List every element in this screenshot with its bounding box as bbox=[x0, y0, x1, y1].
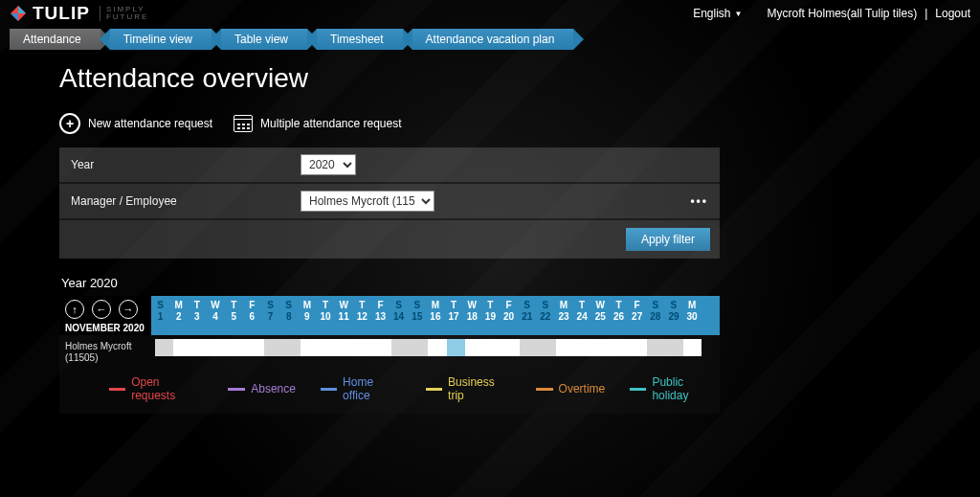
day-cell[interactable] bbox=[173, 339, 191, 356]
day-header[interactable]: F27 bbox=[628, 296, 646, 335]
tab-timeline-view[interactable]: Timeline view bbox=[110, 29, 212, 50]
day-cell[interactable] bbox=[210, 339, 228, 356]
employee-name: Holmes Mycroft (11505) bbox=[59, 339, 155, 364]
day-cell[interactable] bbox=[574, 339, 592, 356]
day-header[interactable]: M16 bbox=[426, 296, 444, 335]
next-month-button[interactable]: → bbox=[119, 300, 138, 319]
filter-year-select[interactable]: 2020 bbox=[301, 154, 356, 175]
day-header[interactable]: T26 bbox=[610, 296, 628, 335]
legend-item: Home office bbox=[321, 375, 401, 402]
day-header[interactable]: W18 bbox=[463, 296, 481, 335]
day-cell[interactable] bbox=[647, 339, 665, 356]
day-cell[interactable] bbox=[428, 339, 446, 356]
day-cell[interactable] bbox=[337, 339, 355, 356]
day-header[interactable]: T19 bbox=[481, 296, 500, 335]
day-header[interactable]: F13 bbox=[371, 296, 390, 335]
day-cell[interactable] bbox=[501, 339, 520, 356]
day-header[interactable]: T3 bbox=[188, 296, 206, 335]
day-cell[interactable] bbox=[391, 339, 410, 356]
calendar-grid-icon bbox=[234, 115, 253, 132]
day-header[interactable]: S15 bbox=[408, 296, 426, 335]
day-cell[interactable] bbox=[483, 339, 501, 356]
filter-manager-select[interactable]: Holmes Mycroft (11505) bbox=[301, 191, 434, 212]
language-selector[interactable]: English ▼ bbox=[693, 7, 742, 20]
day-cell[interactable] bbox=[228, 339, 246, 356]
day-header[interactable]: S29 bbox=[664, 296, 682, 335]
brand-wordmark: TULIP bbox=[33, 3, 90, 24]
day-header[interactable]: F20 bbox=[500, 296, 518, 335]
day-header[interactable]: S7 bbox=[261, 296, 279, 335]
calendar-legend: Open requestsAbsenceHome officeBusiness … bbox=[59, 364, 720, 404]
filter-year-label: Year bbox=[71, 158, 301, 171]
day-cell[interactable] bbox=[246, 339, 264, 356]
nav-tabs: Attendance Timeline view Table view Time… bbox=[0, 29, 980, 50]
day-header[interactable]: S22 bbox=[536, 296, 554, 335]
day-header[interactable]: T5 bbox=[225, 296, 243, 335]
day-cell[interactable] bbox=[191, 339, 210, 356]
day-cell[interactable] bbox=[538, 339, 556, 356]
day-cell[interactable] bbox=[611, 339, 629, 356]
tab-timesheet[interactable]: Timesheet bbox=[317, 29, 403, 50]
day-cell[interactable] bbox=[264, 339, 282, 356]
day-cell[interactable] bbox=[592, 339, 611, 356]
day-header[interactable]: S21 bbox=[518, 296, 536, 335]
legend-label: Open requests bbox=[131, 375, 203, 402]
day-header[interactable]: T12 bbox=[353, 296, 371, 335]
day-header[interactable]: F6 bbox=[243, 296, 261, 335]
day-cell[interactable] bbox=[465, 339, 483, 356]
day-header[interactable]: M9 bbox=[298, 296, 316, 335]
day-cell[interactable] bbox=[665, 339, 683, 356]
brand-tagline: SIMPLY FUTURE bbox=[100, 6, 148, 21]
day-cell[interactable] bbox=[629, 339, 647, 356]
calendar-day-headers: S1M2T3W4T5F6S7S8M9T10W11T12F13S14S15M16T… bbox=[151, 296, 720, 335]
day-header[interactable]: M2 bbox=[169, 296, 188, 335]
day-header[interactable]: W4 bbox=[206, 296, 224, 335]
day-header[interactable]: M30 bbox=[683, 296, 702, 335]
tulip-icon bbox=[10, 5, 27, 22]
day-cell[interactable] bbox=[410, 339, 428, 356]
day-cell[interactable] bbox=[520, 339, 538, 356]
day-header[interactable]: M23 bbox=[554, 296, 572, 335]
tab-table-view[interactable]: Table view bbox=[221, 29, 307, 50]
legend-label: Business trip bbox=[448, 375, 511, 402]
day-header[interactable]: T17 bbox=[445, 296, 463, 335]
day-header[interactable]: S8 bbox=[279, 296, 298, 335]
prev-month-button[interactable]: ← bbox=[92, 300, 111, 319]
legend-label: Overtime bbox=[559, 382, 606, 395]
topbar-right: English ▼ Mycroft Holmes(all Tulip tiles… bbox=[693, 7, 970, 20]
multiple-attendance-request[interactable]: Multiple attendance request bbox=[234, 115, 401, 132]
day-header[interactable]: S1 bbox=[151, 296, 169, 335]
day-header[interactable]: W11 bbox=[335, 296, 353, 335]
tab-attendance-vacation-plan[interactable]: Attendance vacation plan bbox=[412, 29, 574, 50]
new-attendance-request[interactable]: + New attendance request bbox=[59, 113, 212, 134]
day-header[interactable]: T24 bbox=[573, 296, 591, 335]
day-cell[interactable] bbox=[282, 339, 301, 356]
day-cell[interactable] bbox=[373, 339, 391, 356]
day-cell[interactable] bbox=[319, 339, 337, 356]
year-heading: Year 2020 bbox=[61, 276, 720, 290]
legend-item: Overtime bbox=[536, 382, 606, 395]
month-label: NOVEMBER 2020 bbox=[65, 323, 151, 333]
day-cell[interactable] bbox=[155, 339, 173, 356]
legend-item: Absence bbox=[228, 382, 296, 395]
day-cell[interactable] bbox=[556, 339, 574, 356]
day-cell[interactable] bbox=[301, 339, 319, 356]
day-cell[interactable] bbox=[355, 339, 373, 356]
tab-attendance[interactable]: Attendance bbox=[10, 29, 100, 50]
chevron-down-icon: ▼ bbox=[735, 10, 743, 18]
language-label: English bbox=[693, 7, 730, 20]
legend-item: Public holiday bbox=[630, 375, 720, 402]
day-header[interactable]: S28 bbox=[646, 296, 664, 335]
user-label[interactable]: Mycroft Holmes(all Tulip tiles) bbox=[767, 7, 917, 20]
logout-link[interactable]: Logout bbox=[935, 7, 970, 20]
apply-filter-button[interactable]: Apply filter bbox=[626, 228, 710, 251]
svg-marker-1 bbox=[18, 6, 26, 13]
day-cell[interactable] bbox=[683, 339, 702, 356]
day-header[interactable]: S14 bbox=[390, 296, 408, 335]
more-options-icon[interactable]: ••• bbox=[690, 194, 708, 208]
scroll-up-button[interactable]: ↑ bbox=[65, 300, 84, 319]
day-cell[interactable] bbox=[447, 339, 465, 356]
legend-item: Business trip bbox=[426, 375, 511, 402]
day-header[interactable]: W25 bbox=[591, 296, 610, 335]
day-header[interactable]: T10 bbox=[316, 296, 334, 335]
